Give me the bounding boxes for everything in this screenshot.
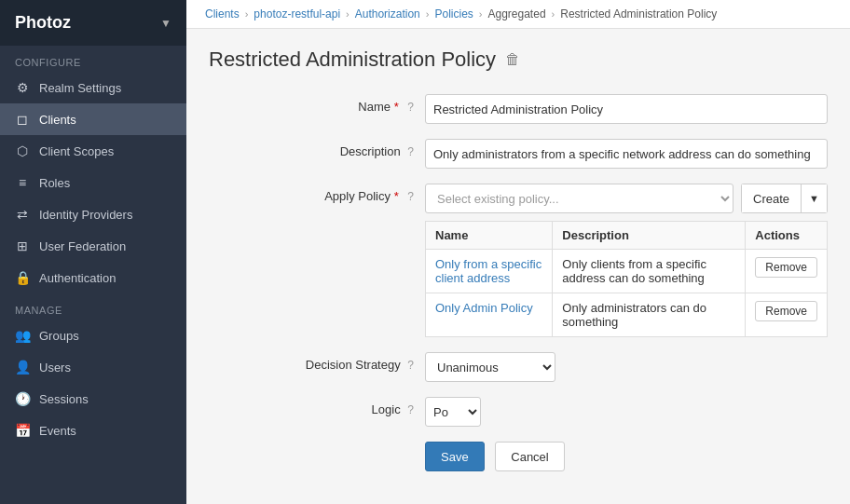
logic-label: Logic ? (209, 397, 414, 416)
policy-desc-cell: Only clients from a specific address can… (553, 250, 746, 293)
apply-policy-wrapper: Select existing policy... Create ▼ Name … (425, 184, 828, 337)
main-content: Clients › photoz-restful-api › Authoriza… (186, 0, 850, 504)
name-field-group: Name * ? (209, 94, 828, 124)
cancel-button[interactable]: Cancel (495, 442, 564, 471)
create-button[interactable]: Create (741, 184, 801, 213)
description-input[interactable] (425, 139, 828, 169)
remove-policy-1-button[interactable]: Remove (755, 301, 817, 321)
sidebar-item-identity-providers[interactable]: ⇄ Identity Providers (0, 198, 186, 230)
app-title-header[interactable]: Photoz ▼ (0, 0, 186, 46)
col-header-actions: Actions (746, 222, 828, 250)
policy-name-link[interactable]: Only from a specific client address (435, 257, 542, 285)
apply-policy-field-group: Apply Policy * ? Select existing policy.… (209, 184, 828, 337)
name-required: * (394, 100, 399, 114)
breadcrumb-photoz[interactable]: photoz-restful-api (254, 7, 340, 20)
name-input[interactable] (425, 94, 828, 124)
breadcrumb-sep-4: › (479, 8, 483, 20)
sidebar-item-label: Events (39, 424, 76, 438)
sidebar-item-label: Realm Settings (39, 81, 121, 95)
policy-action-cell: Remove (746, 250, 828, 293)
col-header-description: Description (553, 222, 746, 250)
policy-table: Name Description Actions Only from a spe… (425, 213, 828, 337)
sidebar-item-label: User Federation (39, 239, 126, 253)
clients-icon: ◻ (15, 112, 30, 127)
policy-action-cell: Remove (746, 293, 828, 337)
apply-policy-label: Apply Policy * ? (209, 184, 414, 203)
sidebar-item-label: Users (39, 361, 71, 375)
configure-section-label: Configure (0, 46, 186, 72)
description-help-icon[interactable]: ? (407, 145, 414, 158)
remove-policy-0-button[interactable]: Remove (755, 257, 817, 278)
roles-icon: ≡ (15, 175, 30, 190)
events-icon: 📅 (15, 423, 30, 438)
create-button-group: Create ▼ (741, 184, 828, 213)
sidebar-item-client-scopes[interactable]: ⬡ Client Scopes (0, 135, 186, 167)
name-label: Name * ? (209, 94, 414, 114)
groups-icon: 👥 (15, 328, 30, 343)
decision-strategy-group: Decision Strategy ? Unanimous (209, 352, 828, 382)
name-help-icon[interactable]: ? (407, 101, 414, 114)
apply-policy-help-icon[interactable]: ? (407, 190, 414, 203)
client-scopes-icon: ⬡ (15, 143, 30, 158)
breadcrumb-clients[interactable]: Clients (205, 7, 240, 20)
sidebar-item-clients[interactable]: ◻ Clients (0, 103, 186, 135)
sidebar-item-user-federation[interactable]: ⊞ User Federation (0, 230, 186, 262)
policy-name-cell: Only Admin Policy (426, 293, 553, 337)
app-title: Photoz (15, 13, 71, 33)
manage-section-label: Manage (0, 293, 186, 320)
sidebar-item-label: Clients (39, 113, 76, 127)
sidebar-item-label: Roles (39, 176, 70, 190)
policy-name-cell: Only from a specific client address (426, 250, 553, 293)
form-actions: Save Cancel (209, 442, 828, 471)
sidebar-item-events[interactable]: 📅 Events (0, 415, 186, 446)
table-row: Only Admin Policy Only administrators ca… (426, 293, 828, 337)
decision-strategy-label: Decision Strategy ? (209, 352, 414, 372)
breadcrumb-sep-5: › (552, 8, 555, 20)
sidebar-item-label: Authentication (39, 271, 116, 285)
sidebar-item-label: Groups (39, 329, 79, 343)
page-body: Restricted Administration Policy 🗑 Name … (186, 29, 850, 504)
delete-policy-button[interactable]: 🗑 (505, 51, 520, 68)
create-caret-button[interactable]: ▼ (801, 184, 828, 213)
policy-desc-cell: Only administrators can do something (553, 293, 746, 337)
action-buttons: Save Cancel (425, 442, 565, 471)
logic-help-icon[interactable]: ? (407, 403, 414, 416)
realm-settings-icon: ⚙ (15, 80, 30, 95)
logic-group: Logic ? Po (209, 397, 828, 427)
sidebar-item-realm-settings[interactable]: ⚙ Realm Settings (0, 72, 186, 103)
app-chevron: ▼ (160, 17, 171, 30)
breadcrumb-authorization[interactable]: Authorization (355, 7, 420, 20)
policy-select[interactable]: Select existing policy... (425, 184, 733, 213)
sidebar-item-roles[interactable]: ≡ Roles (0, 167, 186, 198)
decision-strategy-select[interactable]: Unanimous (425, 352, 555, 382)
breadcrumb-sep-1: › (245, 8, 249, 20)
policy-selector: Select existing policy... Create ▼ (425, 184, 828, 213)
logic-select[interactable]: Po (425, 397, 481, 427)
description-label: Description ? (209, 139, 414, 158)
sessions-icon: 🕐 (15, 391, 30, 406)
description-field-group: Description ? (209, 139, 828, 169)
identity-providers-icon: ⇄ (15, 207, 30, 222)
breadcrumb-sep-2: › (346, 8, 350, 20)
table-row: Only from a specific client address Only… (426, 250, 828, 293)
sidebar-item-sessions[interactable]: 🕐 Sessions (0, 383, 186, 415)
breadcrumb-sep-3: › (426, 8, 430, 20)
sidebar-item-users[interactable]: 👤 Users (0, 351, 186, 383)
breadcrumb: Clients › photoz-restful-api › Authoriza… (186, 0, 850, 29)
policy-name-link[interactable]: Only Admin Policy (435, 301, 533, 315)
apply-policy-required: * (394, 189, 399, 203)
user-federation-icon: ⊞ (15, 238, 30, 253)
authentication-icon: 🔒 (15, 270, 30, 285)
sidebar-item-authentication[interactable]: 🔒 Authentication (0, 262, 186, 293)
decision-strategy-help-icon[interactable]: ? (407, 359, 414, 372)
sidebar-item-label: Identity Providers (39, 208, 132, 222)
page-title: Restricted Administration Policy 🗑 (209, 48, 828, 72)
sidebar-item-label: Sessions (39, 392, 89, 406)
breadcrumb-current: Restricted Administration Policy (560, 7, 717, 20)
users-icon: 👤 (15, 360, 30, 375)
sidebar-item-label: Client Scopes (39, 144, 114, 158)
save-button[interactable]: Save (425, 442, 485, 471)
breadcrumb-policies[interactable]: Policies (434, 7, 473, 20)
sidebar-item-groups[interactable]: 👥 Groups (0, 320, 186, 351)
breadcrumb-aggregated: Aggregated (488, 7, 546, 20)
